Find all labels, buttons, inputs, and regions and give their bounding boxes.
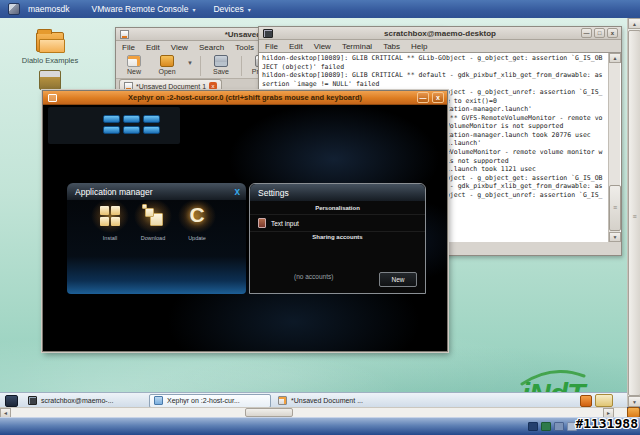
menu-file[interactable]: File xyxy=(265,42,278,51)
scroll-down-icon[interactable]: ▼ xyxy=(628,396,640,407)
desktop-icon-label: Diablo Examples xyxy=(20,56,80,65)
host-statusbar xyxy=(0,417,640,435)
host-menubar: maemosdk VMware Remote Console ▾ Devices… xyxy=(0,0,640,18)
application-manager-title: Application manager xyxy=(75,187,153,197)
install-button[interactable]: Install xyxy=(87,199,133,241)
menu-edit[interactable]: Edit xyxy=(289,42,303,51)
install-icon xyxy=(91,199,129,233)
section-personalisation: Personalisation xyxy=(250,201,425,211)
menu-edit[interactable]: Edit xyxy=(146,43,160,52)
scroll-up-icon[interactable]: ▲ xyxy=(628,18,640,29)
maemo-desktop: Application manager x Install Download xyxy=(43,105,447,351)
minimize-button[interactable]: — xyxy=(417,92,429,103)
new-document-icon xyxy=(127,55,141,67)
toolbar-separator xyxy=(241,56,242,76)
cdrom-status-icon[interactable] xyxy=(554,422,564,431)
terminal-menubar: File Edit View Terminal Tabs Help xyxy=(259,40,621,52)
settings-title: Settings xyxy=(258,188,289,198)
close-button[interactable]: x xyxy=(607,28,618,38)
settings-item-text-input[interactable]: Text input xyxy=(250,214,425,232)
new-account-button[interactable]: New xyxy=(379,272,417,287)
menu-file[interactable]: File xyxy=(122,43,135,52)
harddisk-status-icon[interactable] xyxy=(528,422,538,431)
vm-device-status-icons xyxy=(528,422,577,431)
taskbar-launcher-icon[interactable] xyxy=(5,395,18,407)
section-sharing-accounts: Sharing accounts xyxy=(250,232,425,240)
settings-panel: Settings Personalisation Text input Shar… xyxy=(249,183,426,294)
chevron-down-icon: ▾ xyxy=(192,6,195,13)
close-icon[interactable]: x xyxy=(234,186,240,197)
xephyr-window: Xephyr on :2-host-cursor.0 (ctrl+shift g… xyxy=(42,90,448,352)
package-icon xyxy=(39,70,61,90)
settings-titlebar[interactable]: Settings xyxy=(250,184,425,201)
tab-close-icon[interactable]: x xyxy=(209,82,217,90)
taskbar-button-terminal[interactable]: scratchbox@maemo-... xyxy=(24,394,146,408)
scroll-down-icon[interactable]: ▼ xyxy=(609,232,621,242)
scrollbar-thumb[interactable] xyxy=(628,30,640,396)
window-icon xyxy=(154,396,163,405)
application-manager-body: Install Download C Update xyxy=(67,200,246,294)
menu-tools[interactable]: Tools xyxy=(235,43,254,52)
console-horizontal-scrollbar[interactable]: ◄ ► xyxy=(0,407,627,417)
menu-vmware-remote-console[interactable]: VMware Remote Console ▾ xyxy=(92,4,196,14)
download-button[interactable]: Download xyxy=(130,199,176,241)
chevron-down-icon: ▾ xyxy=(248,6,251,13)
open-dropdown-chevron-icon[interactable]: ▼ xyxy=(187,60,193,66)
taskbar-button-xephyr[interactable]: Xephyr on :2-host-cur... xyxy=(149,394,271,408)
window-menu-icon[interactable] xyxy=(48,94,57,102)
scroll-up-icon[interactable]: ▲ xyxy=(609,53,621,63)
update-icon: C xyxy=(178,199,216,233)
tray-battery-icon[interactable] xyxy=(595,394,613,407)
taskbar-button-gedit[interactable]: *Unsaved Document ... xyxy=(274,394,396,408)
menu-help[interactable]: Help xyxy=(411,42,427,51)
network-status-icon[interactable] xyxy=(541,422,551,431)
open-folder-icon xyxy=(160,55,174,67)
minimize-button[interactable]: — xyxy=(581,28,592,38)
terminal-title: scratchbox@maemo-desktop xyxy=(259,29,621,38)
tray-screenshot-icon[interactable] xyxy=(580,395,592,407)
settings-body: Personalisation Text input Sharing accou… xyxy=(250,201,425,293)
terminal-titlebar[interactable]: scratchbox@maemo-desktop — □ x xyxy=(259,27,621,40)
maximize-button[interactable]: □ xyxy=(594,28,605,38)
application-manager-titlebar[interactable]: Application manager x xyxy=(67,183,246,200)
application-grid-icon[interactable] xyxy=(103,115,164,135)
update-button[interactable]: C Update xyxy=(174,199,220,241)
menu-tabs[interactable]: Tabs xyxy=(383,42,400,51)
machine-name: maemosdk xyxy=(28,4,70,14)
task-navigator xyxy=(48,107,180,144)
open-button[interactable]: Open xyxy=(154,55,180,75)
text-input-icon xyxy=(258,218,266,228)
system-tray xyxy=(580,394,613,407)
bug-number-annotation: #1131988 xyxy=(575,416,638,431)
guest-taskbar: scratchbox@maemo-... Xephyr on :2-host-c… xyxy=(0,392,627,408)
xephyr-title: Xephyr on :2-host-cursor.0 (ctrl+shift g… xyxy=(43,93,447,102)
folder-icon xyxy=(36,32,64,52)
scrollbar-thumb[interactable] xyxy=(609,185,621,231)
download-icon xyxy=(134,199,172,233)
scrollbar-thumb[interactable] xyxy=(245,408,293,417)
terminal-icon xyxy=(28,396,37,405)
save-disk-icon xyxy=(214,55,228,67)
xephyr-titlebar[interactable]: Xephyr on :2-host-cursor.0 (ctrl+shift g… xyxy=(43,91,447,105)
menu-search[interactable]: Search xyxy=(199,43,224,52)
desktop-icon-diablo-examples[interactable]: Diablo Examples xyxy=(20,32,80,65)
menu-view[interactable]: View xyxy=(314,42,331,51)
desktop-icon-package[interactable] xyxy=(28,70,72,90)
menu-view[interactable]: View xyxy=(171,43,188,52)
application-manager-panel: Application manager x Install Download xyxy=(67,183,246,294)
save-button[interactable]: Save xyxy=(208,55,234,75)
no-accounts-label: (no accounts) xyxy=(294,273,333,280)
toolbar-separator xyxy=(200,56,201,76)
console-vertical-scrollbar[interactable]: ▲ ▼ xyxy=(627,18,640,407)
new-button[interactable]: New xyxy=(121,55,147,75)
close-button[interactable]: x xyxy=(432,92,444,103)
vmware-logo-icon xyxy=(8,3,20,15)
menu-terminal[interactable]: Terminal xyxy=(342,42,372,51)
gedit-icon xyxy=(278,396,287,405)
terminal-scrollbar[interactable]: ▲ ▼ xyxy=(608,53,620,242)
menu-devices[interactable]: Devices ▾ xyxy=(213,4,250,14)
